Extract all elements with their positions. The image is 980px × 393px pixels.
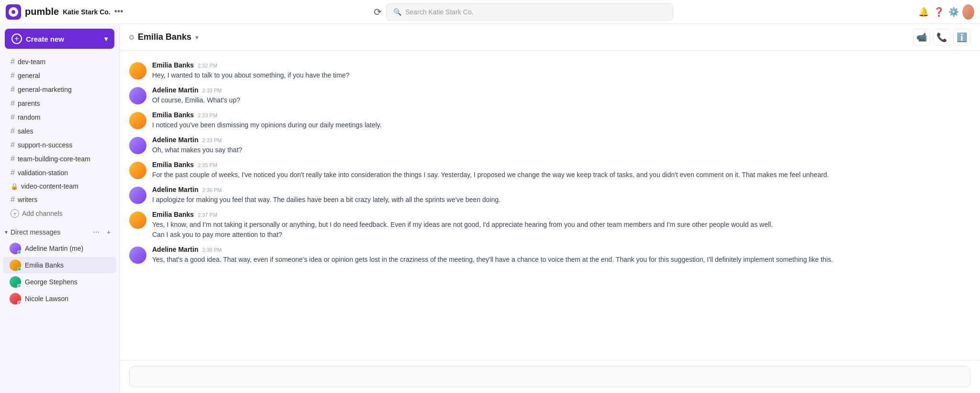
message-header: Adeline Martin 2:33 PM: [152, 86, 970, 94]
history-button[interactable]: ⟳: [369, 3, 386, 21]
status-dot: [17, 284, 21, 288]
dm-user-name: Adeline Martin (me): [25, 245, 83, 252]
message-content: Adeline Martin 2:33 PM Of course, Emilia…: [152, 86, 970, 105]
message-avatar: [129, 62, 146, 79]
channel-item-validation-station[interactable]: # validation-station: [3, 166, 116, 180]
settings-button[interactable]: ⚙️: [947, 3, 961, 21]
dm-item-adeline-martin-(me)[interactable]: Adeline Martin (me): [3, 240, 116, 257]
add-channels-button[interactable]: + Add channels: [3, 207, 116, 220]
topbar-center: ⟳ 🔍 Search Katie Stark Co.: [129, 3, 913, 21]
dm-item-emilia-banks[interactable]: Emilia Banks: [3, 257, 116, 273]
message-avatar: [129, 112, 146, 129]
message-content: Emilia Banks 2:32 PM Hey, I wanted to ta…: [152, 61, 970, 80]
search-icon: 🔍: [393, 8, 401, 16]
messages-area: Emilia Banks 2:32 PM Hey, I wanted to ta…: [120, 51, 980, 360]
dm-avatar: [10, 243, 21, 254]
dm-list: Adeline Martin (me) Emilia Banks George …: [0, 240, 119, 307]
dm-add-button[interactable]: +: [103, 226, 114, 238]
message-time: 2:35 PM: [198, 162, 217, 168]
dm-more-button[interactable]: ⋯: [90, 226, 102, 238]
channel-item-sales[interactable]: # sales: [3, 124, 116, 138]
more-options-icon[interactable]: •••: [114, 7, 123, 17]
chat-name-chevron-icon[interactable]: ▾: [195, 34, 199, 41]
search-placeholder: Search Katie Stark Co.: [405, 8, 473, 16]
message-time: 2:37 PM: [198, 212, 217, 218]
notifications-button[interactable]: 🔔: [917, 3, 930, 21]
channel-name: sales: [18, 127, 33, 135]
message-text: I noticed you've been dismissing my opin…: [152, 120, 970, 130]
dm-item-george-stephens[interactable]: George Stephens: [3, 274, 116, 290]
channel-item-support-n-success[interactable]: # support-n-success: [3, 138, 116, 152]
message-content: Emilia Banks 2:37 PM Yes, I know, and I'…: [152, 211, 970, 240]
add-circle-icon: +: [11, 209, 19, 218]
message-row: Adeline Martin 2:33 PM Oh, what makes yo…: [129, 133, 970, 158]
message-text: Of course, Emilia. What's up?: [152, 95, 970, 105]
chat-recipient-name: Emilia Banks: [138, 32, 191, 42]
logo-dot: [11, 10, 15, 14]
channel-hash-icon: #: [11, 71, 15, 80]
message-avatar: [129, 247, 146, 264]
channel-hash-icon: #: [11, 85, 15, 94]
create-new-label: Create new: [26, 35, 64, 43]
message-time: 2:38 PM: [202, 247, 222, 253]
search-bar[interactable]: 🔍 Search Katie Stark Co.: [386, 3, 673, 21]
channel-lock-icon: 🔒: [11, 183, 18, 190]
main-layout: + Create new ▾ # dev-team # general # ge…: [0, 24, 980, 393]
channel-hash-icon: #: [11, 127, 15, 135]
chat-area: Emilia Banks ▾ 📹 📞 ℹ️ Emilia Banks 2:32 …: [120, 24, 980, 393]
channel-hash-icon: #: [11, 168, 15, 177]
message-author: Adeline Martin: [152, 136, 198, 144]
message-author: Emilia Banks: [152, 61, 194, 69]
workspace-name: Katie Stark Co.: [63, 8, 111, 16]
channel-item-parents[interactable]: # parents: [3, 97, 116, 110]
chat-header-right: 📹 📞 ℹ️: [913, 29, 970, 46]
message-row: Emilia Banks 2:33 PM I noticed you've be…: [129, 108, 970, 133]
channel-item-dev-team[interactable]: # dev-team: [3, 55, 116, 68]
channel-name: dev-team: [18, 58, 45, 66]
message-avatar: [129, 87, 146, 104]
message-time: 2:36 PM: [202, 187, 222, 193]
dm-item-nicole-lawson[interactable]: Nicole Lawson: [3, 291, 116, 307]
create-new-button[interactable]: + Create new ▾: [5, 29, 114, 49]
status-dot: [17, 267, 21, 271]
channel-item-general[interactable]: # general: [3, 69, 116, 82]
channel-name: support-n-success: [18, 141, 72, 149]
channel-item-team-building-core-team[interactable]: # team-building-core-team: [3, 152, 116, 166]
message-row: Adeline Martin 2:38 PM Yes, that's a goo…: [129, 243, 970, 268]
user-avatar[interactable]: [962, 4, 974, 20]
chat-input[interactable]: [129, 366, 970, 387]
channel-item-random[interactable]: # random: [3, 111, 116, 124]
dm-section: ▾ Direct messages ⋯ + Adeline Martin (me…: [0, 221, 119, 309]
chevron-down-icon: ▾: [104, 35, 108, 43]
message-row: Emilia Banks 2:32 PM Hey, I wanted to ta…: [129, 58, 970, 83]
message-header: Emilia Banks 2:33 PM: [152, 111, 970, 119]
dm-header[interactable]: ▾ Direct messages ⋯ +: [0, 225, 119, 240]
channel-item-video-content-team[interactable]: 🔒 video-content-team: [3, 180, 116, 192]
dm-avatar: [10, 293, 21, 304]
message-avatar: [129, 162, 146, 179]
message-avatar: [129, 187, 146, 204]
dm-actions: ⋯ +: [90, 226, 114, 238]
message-row: Adeline Martin 2:33 PM Of course, Emilia…: [129, 83, 970, 108]
message-row: Adeline Martin 2:36 PM I apologize for m…: [129, 183, 970, 208]
channel-item-general-marketing[interactable]: # general-marketing: [3, 83, 116, 96]
help-button[interactable]: ❓: [932, 3, 946, 21]
message-content: Adeline Martin 2:38 PM Yes, that's a goo…: [152, 246, 970, 265]
dm-user-name: Nicole Lawson: [25, 295, 68, 303]
channel-hash-icon: #: [11, 195, 15, 204]
create-new-left: + Create new: [11, 34, 64, 44]
channel-hash-icon: #: [11, 113, 15, 122]
logo-inner: [9, 7, 18, 17]
message-header: Emilia Banks 2:37 PM: [152, 211, 970, 218]
message-time: 2:33 PM: [198, 112, 217, 118]
phone-call-button[interactable]: 📞: [933, 29, 950, 46]
channel-name: writers: [18, 196, 37, 203]
message-avatar: [129, 137, 146, 154]
message-row: Emilia Banks 2:35 PM For the past couple…: [129, 158, 970, 183]
add-channels-label: Add channels: [22, 210, 63, 217]
info-button[interactable]: ℹ️: [953, 29, 970, 46]
message-content: Adeline Martin 2:33 PM Oh, what makes yo…: [152, 136, 970, 155]
video-call-button[interactable]: 📹: [913, 29, 930, 46]
channel-item-writers[interactable]: # writers: [3, 193, 116, 206]
channel-hash-icon: #: [11, 99, 15, 108]
